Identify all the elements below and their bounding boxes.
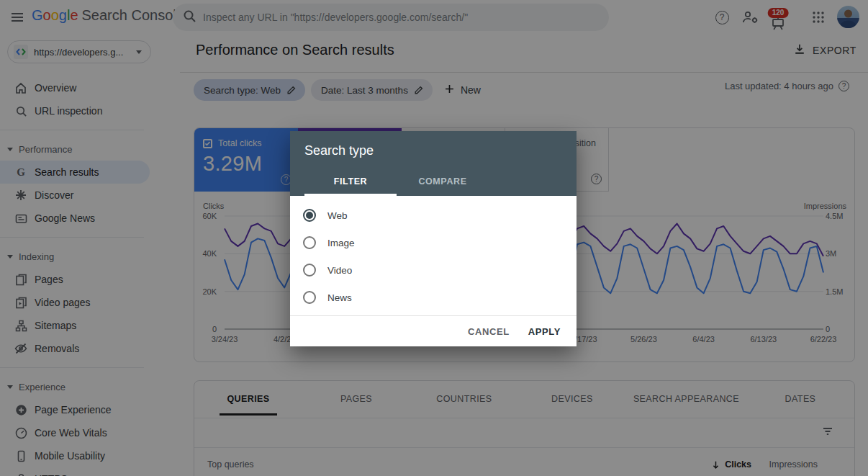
option-video[interactable]: Video (290, 256, 577, 284)
radio-icon (303, 264, 316, 277)
apply-button[interactable]: APPLY (528, 326, 561, 337)
dialog-options: Web Image Video News (290, 196, 577, 311)
dialog-tab-compare[interactable]: COMPARE (397, 169, 489, 196)
search-type-dialog: Search type FILTER COMPARE Web Image Vid… (290, 131, 577, 346)
option-image[interactable]: Image (290, 229, 577, 256)
dialog-tabs: FILTER COMPARE (304, 169, 489, 196)
dialog-header: Search type FILTER COMPARE (290, 131, 577, 196)
dialog-title: Search type (304, 143, 562, 158)
option-news[interactable]: News (290, 284, 577, 311)
radio-selected-icon (303, 209, 316, 222)
cancel-button[interactable]: CANCEL (468, 326, 510, 337)
dialog-footer: CANCEL APPLY (290, 315, 577, 346)
radio-icon (303, 236, 316, 249)
option-web[interactable]: Web (290, 202, 577, 229)
search-console-app: GoogleSearch Console ? 120 (0, 0, 868, 476)
dialog-tab-filter[interactable]: FILTER (304, 169, 397, 196)
radio-icon (303, 291, 316, 304)
